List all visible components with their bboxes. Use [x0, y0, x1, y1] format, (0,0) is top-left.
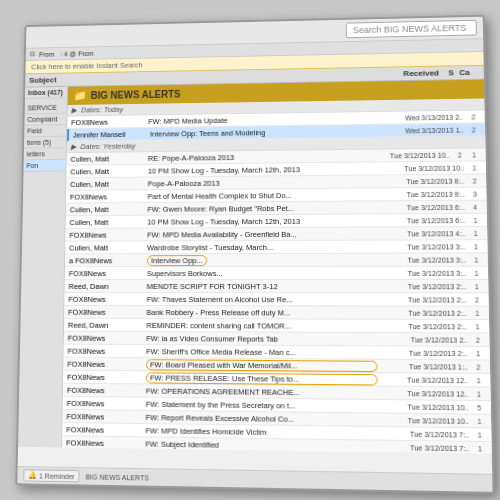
- status-bar: 🔔 1 Reminder BIG NEWS ALERTS: [17, 466, 492, 492]
- email-badge: 1: [468, 230, 483, 237]
- sidebar-item-letters[interactable]: letters: [24, 148, 66, 160]
- email-subject: Interview Opp...: [147, 254, 376, 265]
- toolbar-from-label: From: [39, 50, 55, 57]
- email-received: Tue 3/12/2013 2:..: [377, 309, 470, 316]
- email-subject: FW: MPD Identifies Homicide Victim: [145, 426, 378, 438]
- sidebar-item-service[interactable]: SERVICE: [25, 98, 67, 114]
- email-subject: FW: Thaves Statement on Alcohol Use Re..…: [147, 294, 377, 303]
- reminder-button[interactable]: 🔔 1 Reminder: [23, 469, 79, 482]
- email-subject: REMINDER: content sharing call TOMOR...: [146, 320, 377, 330]
- email-badge: 1: [471, 390, 486, 397]
- sidebar-item-field[interactable]: Field: [24, 125, 66, 137]
- email-subject: FW: Board Pleased with War Memorial/Mil.…: [146, 359, 378, 372]
- email-badge: 3: [468, 190, 483, 197]
- email-subject: FW: MPD Media Update: [148, 113, 375, 125]
- email-received: Tue 3/12/2013 7:..: [378, 443, 472, 452]
- email-badge: 1: [467, 164, 482, 171]
- email-badge: 1: [470, 323, 485, 330]
- toolbar-count: : 4 @ From: [60, 50, 94, 57]
- email-row[interactable]: Cullen, Matt Wardrobe Storylist - Tuesda…: [65, 240, 487, 254]
- email-received: Tue 3/12/2013 12..: [378, 376, 472, 384]
- sidebar-item-fon[interactable]: Fon: [24, 160, 66, 172]
- email-sender: FOX8News: [68, 294, 146, 303]
- email-received: Tue 3/12/2013 3:..: [376, 256, 469, 263]
- email-sender: FOX8News: [67, 372, 146, 382]
- email-subject: FW: Report Reveals Excessive Alcohol Co.…: [146, 412, 379, 424]
- toolbar-from: ⊟: [30, 50, 36, 58]
- email-received: Tue 3/12/2013 1:..: [377, 362, 471, 370]
- email-received: Tue 3/12/2013 2:..: [377, 283, 470, 290]
- email-sender: a FOX8News: [69, 256, 147, 265]
- s-col-header: S: [443, 68, 459, 77]
- email-received: Tue 3/12/2013 8:..: [375, 177, 467, 185]
- search-box[interactable]: Search BIG NEWS ALERTS: [346, 20, 477, 38]
- email-sender: FOX8News: [68, 333, 147, 342]
- email-received: Tue 3/12/2013 2:..: [377, 322, 470, 330]
- email-subject: Interview Opp: Teens and Modeling: [150, 126, 375, 138]
- email-subject: 10 PM Show Log - Tuesday, March 12th, 20…: [147, 216, 376, 226]
- email-badge: 4: [468, 203, 483, 210]
- email-sender: Cullen, Matt: [69, 243, 147, 252]
- email-row[interactable]: FOX8News Supervisors Borkows... Tue 3/12…: [65, 267, 488, 280]
- instant-search-label: Click here to enable Instant Search: [31, 61, 143, 72]
- date-today-label: ▶: [71, 106, 77, 115]
- email-subject: MENDTE SCRIPT FOR TONIGHT 3-12: [147, 282, 377, 291]
- email-subject: FW: ia as Video Consumer Reports Tab: [146, 334, 377, 344]
- email-subject: Bank Robbery - Press Release off duty M.…: [146, 307, 376, 317]
- email-badge: 1: [469, 269, 484, 276]
- main-window: Search BIG NEWS ALERTS ⊟ From : 4 @ From…: [15, 15, 494, 494]
- email-row[interactable]: Reed, Dawn MENDTE SCRIPT FOR TONIGHT 3-1…: [65, 280, 489, 293]
- email-subject: Part of Mental Health Complex to Shut Do…: [148, 190, 376, 201]
- alerts-folder-name: BIG NEWS ALERTS: [91, 89, 181, 101]
- email-received: Tue 3/12/2013 10..: [378, 416, 472, 424]
- reminder-icon: 🔔: [28, 471, 37, 479]
- interview-opp-subject: Interview Opp...: [147, 255, 207, 266]
- email-sender: Cullen, Matt: [71, 154, 148, 164]
- email-badge: 2: [467, 177, 482, 184]
- email-received: Tue 3/12/2013 2..: [377, 336, 470, 344]
- email-badge: 2: [466, 113, 481, 120]
- cat-col-header: Ca: [459, 68, 480, 77]
- email-badge: 1: [472, 431, 487, 439]
- email-received: Tue 3/12/2013 10..: [378, 403, 472, 411]
- folder-icon: 📁: [73, 89, 87, 102]
- email-row[interactable]: FOX8News FW: Thaves Statement on Alcohol…: [64, 293, 488, 307]
- email-subject: FW: Subject Identified: [145, 439, 378, 452]
- email-sender: FOX8News: [66, 425, 145, 435]
- email-row[interactable]: a FOX8News Interview Opp... Tue 3/12/201…: [65, 253, 488, 267]
- email-badge: 2: [453, 151, 468, 158]
- email-badge: 2: [471, 363, 486, 370]
- email-subject: FW: PRESS RELEASE: Use These Tips to...: [146, 372, 378, 385]
- email-sender: Reed, Dawn: [68, 320, 147, 329]
- email-cat: 1: [467, 151, 482, 158]
- date-yesterday-label: ▶: [71, 142, 77, 151]
- email-badge: 1: [469, 283, 484, 290]
- email-sender: FOX8News: [71, 117, 148, 127]
- email-badge: 1: [469, 243, 484, 250]
- sidebar-item-complaint[interactable]: Complaint: [24, 114, 66, 126]
- email-badge: 1: [469, 256, 484, 263]
- email-sender: FOX8News: [70, 192, 148, 201]
- email-received: Tue 3/12/2013 4:..: [376, 230, 469, 237]
- sidebar-item-inbox[interactable]: Inbox (417): [25, 87, 67, 99]
- sidebar-item-tions[interactable]: tions (5): [24, 137, 66, 149]
- email-received: Tue 3/12/2013 2:..: [377, 349, 471, 357]
- email-badge: 1: [473, 444, 488, 452]
- email-badge: 1: [471, 349, 486, 356]
- content-area: 📁 BIG NEWS ALERTS ▶ Dates: Today FOX8New…: [62, 80, 492, 454]
- email-received: Tue 3/12/2013 10..: [361, 151, 453, 159]
- email-received: Tue 3/12/2013 8:..: [376, 190, 468, 198]
- received-col-header: Received: [342, 69, 443, 80]
- email-received: Tue 3/12/2013 12..: [378, 389, 472, 397]
- email-received: Tue 3/12/2013 2:..: [377, 296, 470, 303]
- email-sender: Cullen, Matt: [70, 217, 148, 226]
- email-subject: Pope-A-Palooza 2013: [148, 177, 376, 188]
- email-received: Tue 3/12/2013 3:..: [376, 243, 469, 250]
- email-sender: Cullen, Matt: [70, 204, 148, 213]
- email-sender: FOX8News: [67, 346, 146, 356]
- email-sender: FOX8News: [69, 269, 147, 278]
- email-received: Wed 3/13/2013 2..: [375, 113, 467, 121]
- email-sender: FOX8News: [67, 385, 146, 395]
- email-received: Tue 3/12/2013 6:..: [376, 216, 468, 224]
- main-layout: Inbox (417) SERVICE Complaint Field tion…: [18, 80, 492, 454]
